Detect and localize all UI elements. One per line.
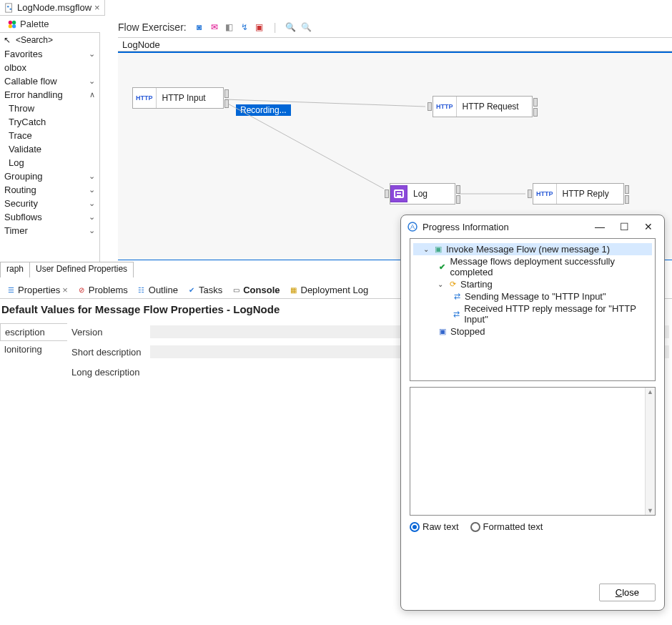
trace-icon[interactable]: ↯	[239, 21, 250, 33]
output-terminal[interactable]	[625, 185, 629, 194]
scrollbar[interactable]	[645, 388, 655, 515]
view-deployment-log[interactable]: ▦ Deployment Log	[286, 283, 372, 297]
node-log[interactable]: Log	[390, 183, 455, 205]
pointer-tool-icon[interactable]: ↖	[1, 34, 13, 46]
sidebar-item-validate[interactable]: Validate	[0, 142, 99, 156]
tab-user-defined-properties[interactable]: User Defined Properties	[29, 262, 134, 277]
maximize-button[interactable]: ☐	[614, 221, 634, 232]
tree-deploy-ok[interactable]: ✔ Message flows deployment successfully …	[413, 255, 652, 278]
tree-label: Invoke Message Flow (new message 1)	[446, 244, 610, 255]
node-http-input[interactable]: HTTP HTTP Input	[132, 87, 224, 109]
tree-root[interactable]: ⌄ ▣ Invoke Message Flow (new message 1)	[413, 243, 652, 255]
twisty-icon[interactable]: ⌄	[423, 245, 430, 253]
sidebar-item-throw[interactable]: Throw	[0, 102, 99, 115]
view-label: Properties	[18, 285, 60, 295]
sidebar-item-trace[interactable]: Trace	[0, 129, 99, 142]
output-terminal[interactable]	[456, 185, 460, 194]
tab-graph[interactable]: raph	[0, 262, 30, 277]
sidebar-item-subflows[interactable]: Subflows⌄	[0, 210, 99, 224]
sidebar-item-log[interactable]: Log	[0, 156, 99, 169]
zoom-out-icon[interactable]: 🔍	[300, 21, 312, 33]
sidebar-item-label: Security	[4, 198, 38, 209]
editor-tab[interactable]: LogNode.msgflow ×	[0, 0, 105, 16]
sidebar-item-callable-flow[interactable]: Callable flow⌄	[0, 74, 99, 88]
view-properties[interactable]: ☰ Properties ×	[3, 283, 71, 297]
send-message-icon: ⇄	[452, 292, 462, 302]
dialog-titlebar[interactable]: A Progress Information — ☐ ✕	[401, 215, 664, 238]
close-tab-icon[interactable]: ×	[94, 2, 100, 13]
sidebar-item-toolbox[interactable]: olbox	[0, 61, 99, 74]
node-http-reply[interactable]: HTTP HTTP Reply	[533, 183, 624, 205]
tree-starting[interactable]: ⌄ ⟳ Starting	[413, 278, 652, 290]
toolbar-separator: |	[274, 21, 277, 33]
node-label: Log	[407, 189, 433, 199]
tree-stopped[interactable]: ▣ Stopped	[413, 325, 652, 338]
send-message-icon[interactable]: ✉	[209, 21, 220, 33]
running-icon: ⟳	[448, 280, 458, 290]
radio-raw-text[interactable]: Raw text	[410, 521, 459, 532]
minimize-button[interactable]: —	[590, 221, 610, 232]
radio-off-icon	[470, 522, 480, 532]
progress-tree[interactable]: ⌄ ▣ Invoke Message Flow (new message 1) …	[410, 238, 656, 381]
view-label: Deployment Log	[301, 285, 369, 295]
tree-label: Stopped	[450, 326, 485, 337]
field-label: Long description	[71, 367, 150, 378]
output-terminal[interactable]	[625, 195, 629, 204]
field-label: Version	[71, 327, 150, 338]
http-badge: HTTP	[433, 97, 457, 117]
sidebar-item-routing[interactable]: Routing⌄	[0, 183, 99, 197]
sidebar-item-timer[interactable]: Timer⌄	[0, 224, 99, 237]
tree-label: Sending Message to "HTTP Input"	[465, 291, 606, 302]
output-terminal[interactable]	[224, 89, 229, 98]
tree-label: Received HTTP reply message for "HTTP In…	[464, 303, 652, 325]
view-problems[interactable]: ⊘ Problems	[74, 283, 131, 297]
radio-on-icon	[410, 522, 420, 532]
svg-point-1	[7, 5, 9, 7]
details-textarea[interactable]	[410, 387, 656, 516]
svg-text:A: A	[410, 223, 415, 230]
sidebar-item-error-handling[interactable]: Error handling∧	[0, 88, 99, 102]
format-radio-group: Raw text Formatted text	[410, 521, 656, 532]
sidebar-item-label: Timer	[4, 225, 28, 236]
close-window-button[interactable]: ✕	[638, 221, 658, 232]
zoom-in-icon[interactable]: 🔍	[285, 21, 296, 33]
view-tasks[interactable]: ✔ Tasks	[184, 283, 225, 297]
node-http-request[interactable]: HTTP HTTP Request	[433, 96, 533, 117]
properties-title: Default Values for Message Flow Properti…	[1, 303, 280, 315]
receive-message-icon: ⇄	[452, 309, 461, 319]
tree-label: Starting	[460, 279, 493, 290]
close-button[interactable]: Close	[599, 584, 656, 601]
view-path-icon[interactable]: ◧	[224, 21, 235, 33]
sidebar-item-security[interactable]: Security⌄	[0, 197, 99, 210]
input-terminal[interactable]	[528, 190, 532, 198]
stop-record-icon[interactable]: ▣	[254, 21, 265, 33]
http-badge: HTTP	[133, 88, 157, 108]
search-label[interactable]: <Search>	[16, 35, 53, 45]
flow-icon: ▣	[433, 245, 443, 255]
chevron-down-icon: ⌄	[89, 49, 95, 59]
record-icon[interactable]: ◙	[194, 21, 205, 33]
sidebar-item-favorites[interactable]: Favorites⌄	[0, 47, 99, 61]
radio-formatted-text[interactable]: Formatted text	[470, 521, 543, 532]
output-terminal[interactable]	[533, 108, 538, 117]
tree-received[interactable]: ⇄ Received HTTP reply message for "HTTP …	[413, 302, 652, 325]
output-terminal[interactable]	[533, 98, 538, 107]
sidebar-item-grouping[interactable]: Grouping⌄	[0, 169, 99, 183]
close-view-icon[interactable]: ×	[62, 285, 68, 295]
deployment-log-icon: ▦	[289, 285, 299, 295]
twisty-icon[interactable]: ⌄	[438, 280, 445, 288]
output-terminal[interactable]	[456, 195, 460, 204]
sidebar-item-trycatch[interactable]: TryCatch	[0, 115, 99, 129]
field-label: Short description	[71, 347, 150, 358]
view-outline[interactable]: ☷ Outline	[134, 283, 181, 297]
tree-sending[interactable]: ⇄ Sending Message to "HTTP Input"	[413, 290, 652, 302]
props-tab-description[interactable]: escription	[0, 323, 67, 341]
output-terminal[interactable]	[224, 99, 229, 108]
view-console[interactable]: ▭ Console	[228, 283, 282, 297]
props-tab-monitoring[interactable]: lonitoring	[0, 341, 67, 358]
dialog-title: Progress Information	[423, 222, 509, 232]
input-terminal[interactable]	[428, 102, 432, 111]
msgflow-file-icon	[4, 3, 14, 13]
canvas-header: LogNode	[118, 37, 672, 51]
input-terminal[interactable]	[385, 190, 389, 198]
